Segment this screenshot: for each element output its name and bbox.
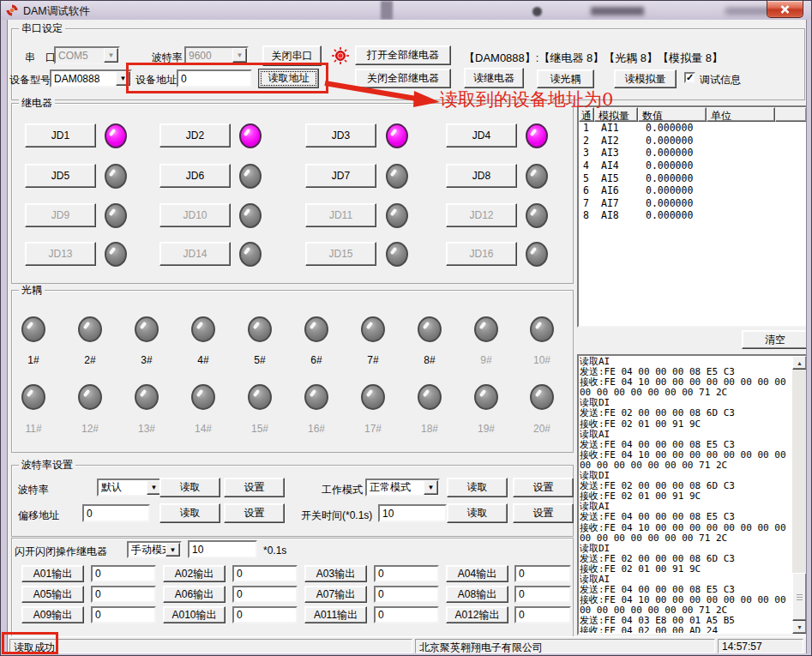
scrollbar-up-button[interactable]: ▲ xyxy=(792,356,807,370)
close-icon xyxy=(780,5,790,14)
opto-light-13 xyxy=(135,384,159,410)
output-button-a07[interactable]: A07输出 xyxy=(304,586,367,603)
scrollbar-down-button[interactable]: ▼ xyxy=(792,620,807,634)
relay-button-jd3[interactable]: JD3 xyxy=(305,123,376,147)
opto-group-title: 光耦 xyxy=(19,284,45,296)
close-button[interactable] xyxy=(767,1,803,18)
relay-button-jd2[interactable]: JD2 xyxy=(159,123,231,147)
table-header-cell[interactable]: 单位 xyxy=(707,107,775,122)
chevron-down-icon[interactable]: ▼ xyxy=(116,71,130,86)
output-input-a01[interactable] xyxy=(91,565,156,582)
output-button-a04[interactable]: A04输出 xyxy=(446,565,508,582)
baud-rate-select[interactable]: 默认 ▼ xyxy=(97,478,163,497)
table-row[interactable]: 1 AI1 0.000000 xyxy=(579,122,807,135)
output-button-a010[interactable]: A010输出 xyxy=(163,606,226,623)
relay-button-jd5[interactable]: JD5 xyxy=(25,164,96,188)
relay-button-jd13[interactable]: JD13 xyxy=(25,242,96,266)
output-input-a05[interactable] xyxy=(91,586,156,603)
switch-time-read-button[interactable]: 读取 xyxy=(447,503,508,523)
relay-button-jd1[interactable]: JD1 xyxy=(25,123,96,147)
relay-light-jd6 xyxy=(239,164,262,189)
table-row[interactable]: 6 AI6 0.000000 xyxy=(579,184,807,197)
output-button-a011[interactable]: A011输出 xyxy=(304,606,367,623)
close-all-relays-button[interactable]: 关闭全部继电器 xyxy=(355,69,451,88)
open-all-relays-button[interactable]: 打开全部继电器 xyxy=(355,45,451,65)
log-scrollbar[interactable]: ▲ ▼ xyxy=(792,356,807,634)
output-button-a06[interactable]: A06输出 xyxy=(163,586,226,603)
relay-button-jd9[interactable]: JD9 xyxy=(25,203,96,227)
clear-log-button[interactable]: 清空 xyxy=(742,330,807,349)
output-button-a02[interactable]: A02输出 xyxy=(163,565,226,582)
flash-mode-select[interactable]: 手动模式 ▼ xyxy=(127,541,182,558)
port-select[interactable]: COM5 ▼ xyxy=(54,46,120,64)
output-input-a012[interactable] xyxy=(514,606,571,623)
output-input-a04[interactable] xyxy=(514,565,571,582)
read-analog-button[interactable]: 读模拟量 xyxy=(614,69,677,88)
table-header-cell[interactable]: 数值 xyxy=(638,107,707,122)
relay-button-jd4[interactable]: JD4 xyxy=(446,123,517,147)
baud-select[interactable]: 9600 ▼ xyxy=(184,46,249,64)
offset-address-input[interactable] xyxy=(82,504,150,522)
output-button-a03[interactable]: A03输出 xyxy=(304,565,367,582)
output-input-a06[interactable] xyxy=(232,586,298,603)
relay-button-jd11[interactable]: JD11 xyxy=(305,203,376,227)
relay-light-jd11 xyxy=(386,203,408,228)
output-button-a012[interactable]: A012输出 xyxy=(446,606,508,623)
relay-button-jd7[interactable]: JD7 xyxy=(305,164,376,188)
relay-button-jd15[interactable]: JD15 xyxy=(305,242,376,266)
chevron-down-icon[interactable]: ▼ xyxy=(165,543,180,557)
device-address-input[interactable] xyxy=(177,69,252,87)
baud-read-button[interactable]: 读取 xyxy=(159,478,220,497)
output-button-a09[interactable]: A09输出 xyxy=(21,606,84,623)
relay-button-jd6[interactable]: JD6 xyxy=(159,164,231,188)
log-output[interactable]: 读取AI 发送:FE 04 00 00 00 08 E5 C3 接收:FE 04… xyxy=(580,357,791,633)
output-input-a08[interactable] xyxy=(514,586,571,603)
output-button-a01[interactable]: A01输出 xyxy=(21,565,84,582)
table-row[interactable]: 2 AI2 0.000000 xyxy=(579,135,807,147)
output-input-a07[interactable] xyxy=(374,586,439,603)
work-mode-select[interactable]: 正常模式 ▼ xyxy=(365,478,440,497)
device-model-select[interactable]: DAM0888 ▼ xyxy=(50,69,132,87)
table-header-cell[interactable] xyxy=(775,107,807,122)
table-row[interactable]: 4 AI4 0.000000 xyxy=(579,159,807,172)
opto-light-18 xyxy=(418,384,442,410)
relay-button-jd14[interactable]: JD14 xyxy=(159,242,231,266)
offset-read-button[interactable]: 读取 xyxy=(159,503,220,523)
relay-button-jd8[interactable]: JD8 xyxy=(446,164,517,188)
output-input-a09[interactable] xyxy=(91,606,156,623)
chevron-down-icon[interactable]: ▼ xyxy=(104,48,118,63)
debug-info-checkbox[interactable]: ✓ xyxy=(684,72,695,83)
output-button-a08[interactable]: A08输出 xyxy=(446,586,508,603)
switch-time-set-button[interactable]: 设置 xyxy=(513,503,574,523)
output-input-a02[interactable] xyxy=(232,565,298,582)
switch-time-input[interactable] xyxy=(378,504,447,522)
flash-time-input[interactable] xyxy=(188,540,257,558)
close-port-button[interactable]: 关闭串口 xyxy=(262,45,322,66)
opto-light-6 xyxy=(304,316,328,342)
relay-light-jd15 xyxy=(386,242,408,267)
table-row[interactable]: 7 AI7 0.000000 xyxy=(579,197,807,210)
debug-info-label: 调试信息 xyxy=(700,73,741,87)
output-input-a010[interactable] xyxy=(232,606,298,623)
offset-set-button[interactable]: 设置 xyxy=(224,503,285,523)
output-input-a011[interactable] xyxy=(374,606,439,623)
output-input-a03[interactable] xyxy=(374,565,439,582)
read-relay-button[interactable]: 读继电器 xyxy=(464,68,524,88)
table-row[interactable]: 8 AI8 0.000000 xyxy=(579,209,807,222)
chevron-down-icon[interactable]: ▼ xyxy=(424,480,438,495)
work-mode-read-button[interactable]: 读取 xyxy=(447,478,508,497)
opto-label-14: 14# xyxy=(191,423,215,435)
table-row[interactable]: 3 AI3 0.000000 xyxy=(579,147,807,159)
relay-button-jd12[interactable]: JD12 xyxy=(446,203,517,227)
chevron-down-icon[interactable]: ▼ xyxy=(232,48,247,63)
read-opto-button[interactable]: 读光耦 xyxy=(537,69,594,88)
scrollbar-thumb[interactable] xyxy=(792,573,807,621)
read-address-button[interactable]: 读取地址 xyxy=(258,69,319,88)
opto-label-2: 2# xyxy=(78,354,102,366)
table-row[interactable]: 5 AI5 0.000000 xyxy=(579,172,807,184)
baud-set-button[interactable]: 设置 xyxy=(224,478,285,497)
output-button-a05[interactable]: A05输出 xyxy=(21,586,84,603)
relay-button-jd16[interactable]: JD16 xyxy=(446,242,517,266)
relay-button-jd10[interactable]: JD10 xyxy=(159,203,231,227)
work-mode-set-button[interactable]: 设置 xyxy=(513,478,574,497)
